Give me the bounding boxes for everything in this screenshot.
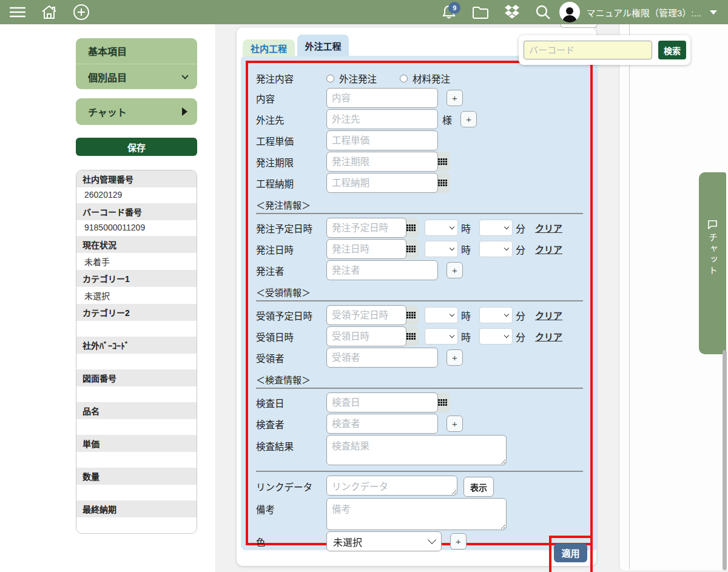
kensa-kekka-textarea[interactable]	[326, 435, 507, 465]
sidebar-item-basic[interactable]: 基本項目	[76, 38, 197, 64]
save-button[interactable]: 保存	[76, 138, 197, 156]
section-title-order: ＜発注情報＞	[256, 198, 583, 211]
info-value	[76, 386, 197, 402]
show-link-button[interactable]: 表示	[463, 477, 494, 497]
kensabi-input[interactable]	[326, 392, 438, 412]
radio-icon[interactable]	[326, 75, 334, 82]
add-gaichusaki-button[interactable]: +	[460, 111, 477, 127]
chevron-down-icon	[504, 312, 509, 317]
radio-icon[interactable]	[400, 75, 408, 82]
apply-button[interactable]: 適用	[554, 543, 587, 562]
info-value	[76, 452, 197, 468]
add-color-button[interactable]: +	[450, 533, 467, 550]
chevron-down-icon	[504, 333, 509, 338]
chat-side-tab[interactable]: チャット	[699, 172, 726, 354]
hamburger-menu-icon[interactable]	[10, 6, 25, 18]
hour-unit: 時	[461, 221, 471, 235]
info-label: カテゴリー2	[76, 304, 197, 321]
minute-select[interactable]	[479, 307, 513, 323]
add-kensasha-button[interactable]: +	[447, 416, 463, 432]
hacchu-kigen-input[interactable]	[326, 152, 438, 172]
add-naiyo-button[interactable]: +	[447, 90, 463, 106]
field-label: 工程単価	[256, 134, 326, 147]
juryosha-input[interactable]	[326, 348, 438, 368]
notifications-bell-icon[interactable]: 9	[442, 4, 456, 20]
hour-select[interactable]	[425, 307, 458, 323]
section-divider	[256, 213, 583, 214]
minute-select[interactable]	[479, 328, 513, 345]
info-value	[76, 419, 197, 435]
clear-link[interactable]: クリア	[535, 309, 562, 321]
section-divider	[256, 300, 583, 301]
info-label: 社外ﾊﾞｰｺｰﾄﾞ	[76, 337, 197, 354]
info-value: 26020129	[76, 187, 197, 203]
tab-internal-process[interactable]: 社内工程	[243, 39, 295, 56]
radio-option-material[interactable]: 材料発注	[400, 72, 450, 85]
naiyo-input[interactable]	[326, 88, 438, 108]
sidebar-item-individual[interactable]: 個別品目	[76, 64, 197, 89]
right-pane-divider	[629, 24, 630, 569]
hacchu-nichiji-input[interactable]	[326, 239, 406, 259]
chevron-down-icon	[504, 224, 509, 229]
clear-link[interactable]: クリア	[535, 221, 562, 234]
minute-select[interactable]	[479, 220, 513, 236]
juryo-nichiji-input[interactable]	[326, 326, 406, 346]
dropbox-icon[interactable]	[504, 4, 521, 20]
search-icon[interactable]	[535, 4, 551, 20]
field-label: 発注日時	[256, 243, 326, 256]
clear-link[interactable]: クリア	[535, 243, 562, 255]
barcode-search-button[interactable]: 検索	[658, 41, 686, 59]
sidebar-item-chat[interactable]: チャット	[76, 98, 197, 125]
add-icon[interactable]	[73, 4, 90, 21]
page-scrollbar-thumb[interactable]	[723, 350, 727, 570]
folder-icon[interactable]	[472, 5, 489, 19]
info-value: 未着手	[76, 253, 197, 270]
minute-unit: 分	[516, 308, 525, 323]
chevron-down-icon	[504, 246, 509, 251]
barcode-input[interactable]	[524, 41, 652, 59]
sama-suffix: 様	[442, 112, 452, 127]
info-label: カテゴリー1	[76, 270, 197, 287]
link-data-input[interactable]	[326, 476, 457, 496]
info-value	[76, 354, 197, 369]
home-icon[interactable]	[41, 5, 57, 19]
field-label: 受領者	[256, 351, 326, 365]
user-avatar[interactable]	[559, 2, 580, 22]
chevron-down-icon	[450, 312, 454, 317]
kotei-tanka-input[interactable]	[326, 130, 438, 150]
gaichusaki-input[interactable]	[326, 109, 438, 129]
color-select-value: 未選択	[333, 534, 362, 549]
kotei-noki-input[interactable]	[326, 173, 438, 193]
hour-select[interactable]	[425, 220, 458, 236]
field-label: 検査結果	[256, 435, 326, 453]
hour-select[interactable]	[425, 328, 458, 345]
hacchusha-input[interactable]	[326, 260, 438, 280]
hacchu-yotei-input[interactable]	[326, 218, 406, 238]
section-divider	[256, 388, 583, 389]
section-title-inspect: ＜検査情報＞	[256, 373, 583, 386]
add-hacchusha-button[interactable]: +	[447, 262, 463, 278]
section-divider	[256, 471, 583, 472]
info-label: バーコード番号	[76, 203, 197, 220]
field-label: 受領日時	[256, 330, 326, 343]
info-label: 数量	[76, 468, 197, 485]
user-menu-label[interactable]: マニュアル権限（管理3）:...	[586, 6, 701, 19]
hour-unit: 時	[461, 329, 471, 344]
clear-link[interactable]: クリア	[535, 330, 562, 343]
tab-external-process[interactable]: 外注工程	[297, 35, 349, 56]
juryo-yotei-input[interactable]	[326, 305, 406, 325]
add-juryosha-button[interactable]: +	[447, 349, 463, 366]
radio-option-outsource[interactable]: 外注発注	[326, 72, 377, 85]
biko-textarea[interactable]	[326, 498, 507, 530]
minute-unit: 分	[516, 329, 525, 344]
radio-label: 外注発注	[339, 72, 377, 85]
hour-select[interactable]	[425, 241, 458, 257]
minute-select[interactable]	[479, 241, 513, 257]
color-select[interactable]: 未選択	[326, 531, 442, 551]
field-label: 色	[256, 535, 326, 548]
notification-badge: 9	[448, 2, 460, 14]
info-value	[76, 485, 197, 500]
info-label: 品名	[76, 402, 197, 419]
user-menu-caret-icon[interactable]	[710, 10, 717, 15]
kensasha-input[interactable]	[326, 414, 438, 434]
